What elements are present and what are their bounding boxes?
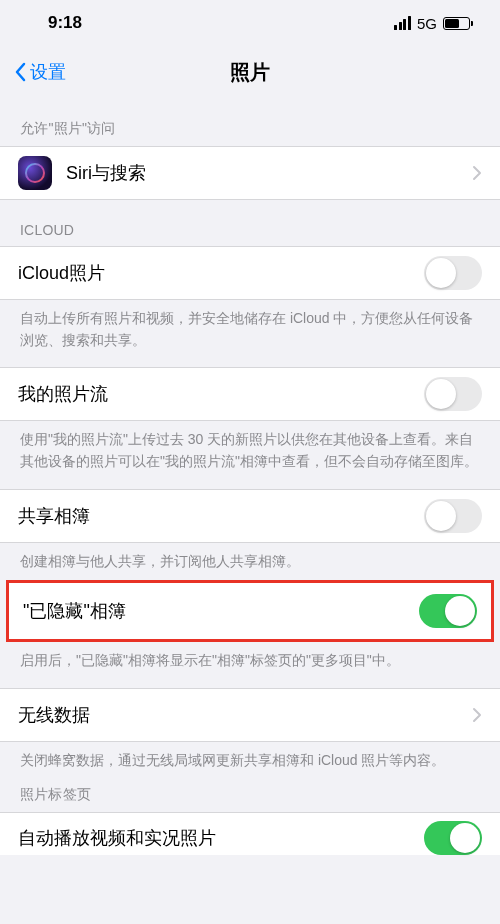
back-label: 设置 bbox=[30, 60, 66, 84]
shared-album-toggle[interactable] bbox=[424, 499, 482, 533]
section-header-allow: 允许"照片"访问 bbox=[0, 110, 500, 146]
network-label: 5G bbox=[417, 15, 437, 32]
hidden-album-label: "已隐藏"相簿 bbox=[23, 599, 419, 623]
chevron-right-icon bbox=[472, 707, 482, 723]
icloud-photos-toggle[interactable] bbox=[424, 256, 482, 290]
my-photo-stream-label: 我的照片流 bbox=[18, 382, 424, 406]
chevron-left-icon bbox=[14, 62, 26, 82]
my-photo-stream-row[interactable]: 我的照片流 bbox=[0, 367, 500, 421]
my-photo-stream-footer: 使用"我的照片流"上传过去 30 天的新照片以供您在其他设备上查看。来自其他设备… bbox=[0, 421, 500, 472]
svg-point-0 bbox=[26, 164, 44, 182]
siri-icon bbox=[18, 156, 52, 190]
chevron-right-icon bbox=[472, 165, 482, 181]
highlighted-area: "已隐藏"相簿 bbox=[6, 580, 494, 642]
shared-album-row[interactable]: 共享相簿 bbox=[0, 489, 500, 543]
cellular-signal-icon bbox=[394, 16, 411, 30]
navigation-bar: 设置 照片 bbox=[0, 46, 500, 98]
cellular-data-label: 无线数据 bbox=[18, 703, 472, 727]
hidden-album-footer: 启用后，"已隐藏"相簿将显示在"相簿"标签页的"更多项目"中。 bbox=[0, 642, 500, 672]
my-photo-stream-toggle[interactable] bbox=[424, 377, 482, 411]
autoplay-label: 自动播放视频和实况照片 bbox=[18, 826, 216, 850]
hidden-album-row[interactable]: "已隐藏"相簿 bbox=[9, 583, 491, 639]
icloud-photos-footer: 自动上传所有照片和视频，并安全地储存在 iCloud 中，方便您从任何设备浏览、… bbox=[0, 300, 500, 351]
hidden-album-toggle[interactable] bbox=[419, 594, 477, 628]
siri-search-row[interactable]: Siri与搜索 bbox=[0, 146, 500, 200]
cellular-data-row[interactable]: 无线数据 bbox=[0, 688, 500, 742]
shared-album-label: 共享相簿 bbox=[18, 504, 424, 528]
page-title: 照片 bbox=[0, 59, 500, 86]
status-indicators: 5G bbox=[394, 15, 470, 32]
icloud-photos-row[interactable]: iCloud照片 bbox=[0, 246, 500, 300]
autoplay-row[interactable]: 自动播放视频和实况照片 bbox=[0, 812, 500, 855]
battery-icon bbox=[443, 17, 470, 30]
shared-album-footer: 创建相簿与他人共享，并订阅他人共享相簿。 bbox=[0, 543, 500, 573]
section-header-icloud: ICLOUD bbox=[0, 200, 500, 246]
back-button[interactable]: 设置 bbox=[14, 60, 66, 84]
icloud-photos-label: iCloud照片 bbox=[18, 261, 424, 285]
section-header-tabs: 照片标签页 bbox=[0, 772, 500, 812]
autoplay-toggle[interactable] bbox=[424, 821, 482, 855]
status-time: 9:18 bbox=[48, 13, 82, 33]
status-bar: 9:18 5G bbox=[0, 0, 500, 46]
siri-search-label: Siri与搜索 bbox=[66, 161, 472, 185]
cellular-data-footer: 关闭蜂窝数据，通过无线局域网更新共享相簿和 iCloud 照片等内容。 bbox=[0, 742, 500, 772]
